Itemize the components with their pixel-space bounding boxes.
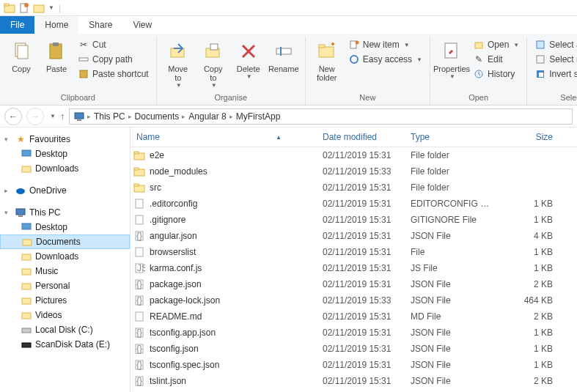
- ribbon-group-organise: Move to▼ Copy to▼ Delete▼ Rename Organis…: [157, 37, 306, 105]
- move-to-button[interactable]: Move to▼: [161, 37, 195, 92]
- tree-item[interactable]: Music: [0, 264, 130, 278]
- list-item[interactable]: {}tsconfig.app.json 02/11/2019 15:31 JSO…: [131, 325, 577, 341]
- tree-item[interactable]: Documents: [0, 234, 130, 249]
- tree-thispc[interactable]: ▾This PC: [0, 205, 130, 220]
- select-all-icon: [534, 39, 546, 51]
- chevron-right-icon[interactable]: ▸: [182, 113, 185, 120]
- column-name[interactable]: Name▲: [131, 127, 317, 147]
- tree-item[interactable]: Pictures: [0, 293, 130, 308]
- rename-icon: [272, 40, 295, 63]
- list-item[interactable]: {}tsconfig.spec.json 02/11/2019 15:31 JS…: [131, 357, 577, 373]
- svg-text:{}: {}: [136, 295, 142, 306]
- tab-view[interactable]: View: [122, 16, 162, 34]
- tree-item-downloads[interactable]: Downloads: [0, 161, 130, 176]
- js-icon: JS: [133, 262, 145, 274]
- svg-rect-33: [16, 209, 25, 215]
- select-all-button[interactable]: Select all: [532, 38, 577, 51]
- file-list: Name▲ Date modified Type Size e2e 02/11/…: [131, 127, 577, 392]
- list-item[interactable]: {}package-lock.json 02/11/2019 15:33 JSO…: [131, 292, 577, 308]
- new-file-icon[interactable]: [18, 1, 31, 15]
- svg-rect-37: [22, 254, 31, 260]
- item-icon: [21, 309, 32, 321]
- easy-access-icon: [348, 53, 360, 65]
- tree-item[interactable]: Personal: [0, 278, 130, 293]
- column-date[interactable]: Date modified: [317, 127, 405, 147]
- history-button[interactable]: History: [470, 67, 522, 81]
- svg-point-20: [350, 56, 358, 63]
- breadcrumb-item[interactable]: MyFirstApp: [235, 111, 282, 122]
- recent-locations-dropdown[interactable]: ▼: [50, 113, 56, 119]
- chevron-down-icon: ▼: [211, 82, 217, 89]
- svg-point-3: [24, 3, 29, 7]
- tree-item[interactable]: Videos: [0, 308, 130, 322]
- paste-button[interactable]: Paste: [40, 37, 73, 76]
- chevron-down-icon: ▼: [416, 56, 422, 63]
- tree-item[interactable]: Downloads: [0, 249, 130, 264]
- list-item[interactable]: src 02/11/2019 15:31 File folder: [131, 180, 577, 196]
- up-button[interactable]: ↑: [60, 111, 65, 122]
- list-item[interactable]: .gitignore 02/11/2019 15:31 GITIGNORE Fi…: [131, 212, 577, 228]
- list-item[interactable]: README.md 02/11/2019 15:31 MD File 2 KB: [131, 308, 577, 325]
- invert-selection-button[interactable]: Invert selection: [532, 67, 577, 81]
- cut-button[interactable]: ✂Cut: [75, 38, 152, 51]
- tree-onedrive[interactable]: ▸OneDrive: [0, 183, 130, 198]
- tree-item[interactable]: Local Disk (C:): [0, 322, 130, 337]
- new-item-button[interactable]: New item▼: [345, 38, 425, 51]
- list-item[interactable]: {}package.json 02/11/2019 15:31 JSON Fil…: [131, 276, 577, 292]
- tab-home[interactable]: Home: [34, 16, 78, 34]
- svg-rect-8: [53, 42, 59, 46]
- breadcrumb-item[interactable]: Documents: [133, 111, 181, 122]
- svg-text:{}: {}: [136, 328, 142, 338]
- open-button[interactable]: Open▼: [470, 38, 522, 51]
- svg-rect-25: [537, 56, 544, 63]
- properties-button[interactable]: Properties▼: [435, 37, 468, 83]
- edit-button[interactable]: ✎Edit: [470, 53, 522, 66]
- svg-point-32: [16, 188, 25, 194]
- folder-qat-icon[interactable]: [32, 1, 45, 15]
- tree-item-desktop[interactable]: Desktop: [0, 147, 130, 161]
- easy-access-button[interactable]: Easy access▼: [345, 53, 425, 66]
- back-button[interactable]: ←: [4, 108, 22, 125]
- list-item[interactable]: node_modules 02/11/2019 15:33 File folde…: [131, 163, 577, 180]
- chevron-right-icon[interactable]: ▸: [128, 113, 132, 120]
- chevron-right-icon[interactable]: ▸: [229, 113, 233, 120]
- select-none-button[interactable]: Select none: [532, 53, 577, 66]
- new-folder-button[interactable]: New folder: [310, 37, 344, 85]
- content-area: ▾★Favourites Desktop Downloads ▸OneDrive…: [0, 127, 577, 392]
- tree-item[interactable]: Desktop: [0, 220, 130, 234]
- item-icon: [21, 236, 33, 248]
- copy-path-button[interactable]: Copy path: [75, 53, 152, 66]
- chevron-down-icon[interactable]: ▼: [48, 4, 54, 11]
- list-item[interactable]: JSkarma.conf.js 02/11/2019 15:31 JS File…: [131, 260, 577, 276]
- chevron-down-icon: ▾: [4, 209, 12, 216]
- breadcrumb-item[interactable]: Angular 8: [187, 111, 227, 122]
- list-item[interactable]: .editorconfig 02/11/2019 15:31 EDITORCON…: [131, 196, 577, 212]
- list-item[interactable]: {}tsconfig.json 02/11/2019 15:31 JSON Fi…: [131, 341, 577, 357]
- folder-icon: [21, 163, 32, 174]
- json-icon: {}: [133, 230, 145, 242]
- column-size[interactable]: Size: [500, 127, 559, 147]
- tab-file[interactable]: File: [0, 16, 34, 34]
- column-type[interactable]: Type: [405, 127, 500, 147]
- tree-favourites[interactable]: ▾★Favourites: [0, 132, 130, 147]
- sort-asc-icon: ▲: [276, 134, 282, 141]
- rename-button[interactable]: Rename: [267, 37, 301, 76]
- item-icon: [21, 251, 32, 262]
- delete-button[interactable]: Delete▼: [232, 37, 265, 83]
- breadcrumb[interactable]: ▸ This PC ▸ Documents ▸ Angular 8 ▸ MyFi…: [69, 108, 573, 125]
- breadcrumb-item[interactable]: This PC: [92, 111, 127, 122]
- list-item[interactable]: {}tslint.json 02/11/2019 15:31 JSON File…: [131, 373, 577, 389]
- list-item[interactable]: browserslist 02/11/2019 15:31 File 1 KB: [131, 244, 577, 260]
- tab-share[interactable]: Share: [78, 16, 122, 34]
- list-item[interactable]: {}angular.json 02/11/2019 15:31 JSON Fil…: [131, 228, 577, 244]
- svg-rect-45: [134, 152, 139, 154]
- list-item[interactable]: e2e 02/11/2019 15:31 File folder: [131, 147, 577, 163]
- svg-rect-24: [537, 41, 544, 48]
- copy-to-button[interactable]: Copy to▼: [196, 37, 230, 92]
- paste-shortcut-button[interactable]: Paste shortcut: [75, 67, 152, 81]
- tree-item[interactable]: ScanDisk Data (E:): [0, 337, 130, 352]
- chevron-right-icon[interactable]: ▸: [87, 113, 91, 120]
- copy-button[interactable]: Copy: [4, 37, 38, 76]
- svg-rect-13: [210, 44, 218, 50]
- forward-button[interactable]: →: [26, 108, 44, 125]
